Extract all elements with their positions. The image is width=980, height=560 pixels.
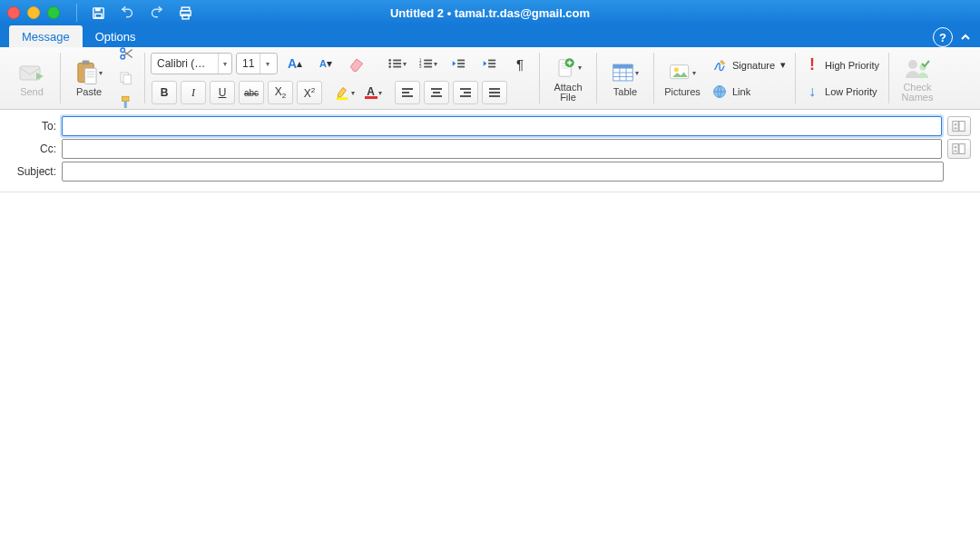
check-names-label: Check Names [902,83,934,103]
numbering-button[interactable]: 123▾ [415,52,440,75]
increase-indent-button[interactable] [476,52,502,75]
align-center-icon [430,87,443,98]
grow-font-icon: A [288,56,297,71]
superscript-button[interactable]: X2 [297,81,322,104]
cc-field[interactable] [62,139,942,159]
pictures-button[interactable]: ▾ Pictures [660,51,705,105]
superscript-icon: X2 [304,86,315,100]
strikethrough-button[interactable]: abc [239,81,264,104]
low-priority-button[interactable]: ↓ Low Priority [801,79,883,104]
to-address-book-button[interactable] [947,116,971,136]
grow-font-button[interactable]: A▴ [282,52,308,75]
svg-rect-8 [83,61,90,65]
align-right-icon [459,87,472,98]
send-label: Send [20,87,44,97]
high-priority-button[interactable]: ! High Priority [801,53,883,78]
attach-file-button[interactable]: ▾ Attach File [545,51,591,105]
table-label: Table [613,87,637,97]
svg-rect-67 [959,122,965,132]
group-table: ▾ Table [597,49,653,107]
bullets-button[interactable]: ▾ [384,52,409,75]
copy-button[interactable] [113,66,139,90]
to-label: To: [9,120,62,133]
italic-icon: I [191,86,195,100]
table-icon: ▾ [612,59,639,86]
attach-file-label: Attach File [554,83,582,103]
svg-rect-9 [85,68,97,84]
check-names-button[interactable]: Check Names [895,51,940,105]
svg-text:3: 3 [418,64,421,69]
redo-icon[interactable] [144,3,168,23]
table-button[interactable]: ▾ Table [603,51,648,105]
subject-label: Subject: [9,165,62,178]
font-size-dropdown-icon[interactable]: ▾ [260,54,275,74]
decrease-indent-button[interactable] [446,52,471,75]
save-icon[interactable] [86,3,110,23]
send-icon [18,59,45,86]
numbering-icon: 123 [418,57,433,70]
font-name-dropdown-icon[interactable]: ▾ [218,54,231,74]
table-dropdown-icon[interactable]: ▾ [635,69,639,77]
group-insert: ▾ Pictures Signature ▾ Link [654,49,795,107]
signature-button[interactable]: Signature ▾ [709,53,789,78]
svg-rect-69 [953,144,958,154]
attach-file-icon: ▾ [554,54,582,82]
pictures-dropdown-icon[interactable]: ▾ [692,69,696,77]
font-size-selector[interactable]: 11 ▾ [236,53,278,74]
font-color-button[interactable]: A▾ [360,81,386,104]
attach-dropdown-icon[interactable]: ▾ [578,64,582,72]
svg-rect-1 [94,7,100,11]
help-icon[interactable]: ? [933,27,953,47]
subscript-button[interactable]: X2 [268,81,293,104]
print-icon[interactable] [173,3,197,23]
italic-button[interactable]: I [181,81,206,104]
align-right-button[interactable] [453,81,478,104]
svg-rect-37 [336,97,348,100]
address-book-icon [952,142,966,155]
strikethrough-icon: abc [244,88,259,98]
underline-icon: U [219,86,227,99]
subject-field[interactable] [62,162,944,182]
titlebar: Untitled 2 • tamal.tr.das@gmail.com [0,0,980,25]
increase-indent-icon [482,57,496,70]
svg-point-64 [908,60,917,69]
tab-message[interactable]: Message [9,25,83,47]
message-body-area [0,192,980,560]
paste-dropdown-icon[interactable]: ▾ [99,69,103,77]
svg-point-62 [674,67,679,72]
zoom-window-button[interactable] [47,6,60,19]
highlight-color-button[interactable]: ▾ [331,81,357,104]
svg-rect-2 [94,14,101,17]
pictures-icon: ▾ [669,59,696,86]
svg-point-68 [955,123,957,126]
to-field[interactable] [62,116,942,136]
underline-button[interactable]: U [210,81,235,104]
link-label: Link [732,86,750,97]
cc-address-book-button[interactable] [947,139,971,159]
font-name-selector[interactable]: Calibri (Bo… ▾ [151,53,232,74]
bold-button[interactable]: B [152,81,177,104]
send-button[interactable]: Send [9,51,54,105]
copy-icon [118,70,134,86]
close-window-button[interactable] [7,6,20,19]
cut-button[interactable] [113,42,139,65]
link-button[interactable]: Link [709,79,789,104]
svg-point-19 [388,59,391,62]
shrink-font-button[interactable]: A▾ [313,52,338,75]
minimize-window-button[interactable] [27,6,40,19]
undo-icon[interactable] [115,3,139,23]
align-left-button[interactable] [395,81,420,104]
paste-button[interactable]: ▾ Paste [66,51,112,105]
align-center-button[interactable] [424,81,449,104]
signature-dropdown-icon[interactable]: ▾ [780,59,786,71]
signature-icon [712,58,727,73]
address-book-icon [952,120,966,133]
group-send: Send [4,49,60,107]
collapse-ribbon-icon[interactable] [958,30,973,44]
font-size-value: 11 [237,57,260,70]
show-marks-button[interactable]: ¶ [507,52,533,75]
justify-button[interactable] [482,81,507,104]
compose-window: Untitled 2 • tamal.tr.das@gmail.com Mess… [0,0,980,560]
clear-formatting-button[interactable] [344,52,369,75]
message-body[interactable] [0,192,980,560]
